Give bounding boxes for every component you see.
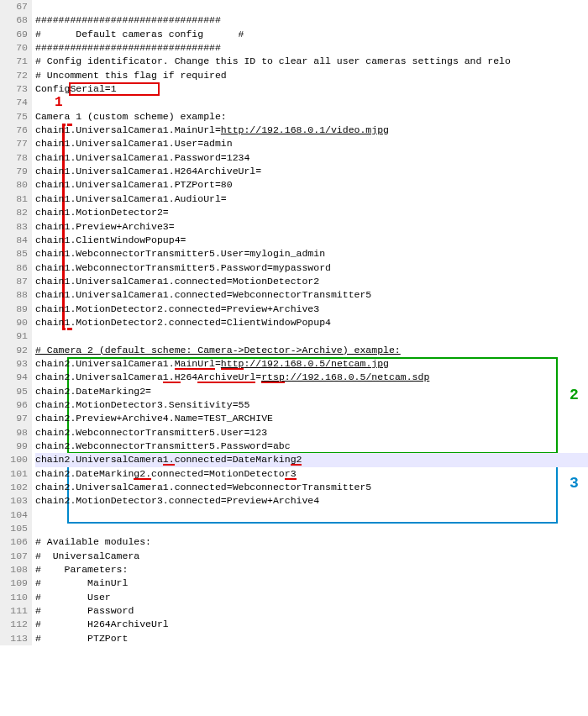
code-line[interactable]: ConfigSerial=1 — [35, 82, 588, 96]
line-number: 77 — [0, 137, 28, 150]
line-number: 106 — [0, 535, 28, 549]
code-line[interactable]: chain1.UniversalCamera1.connected=Webcon… — [35, 288, 588, 302]
annotation-label-1: 1 — [55, 95, 63, 110]
line-number: 105 — [0, 522, 28, 535]
line-number: 93 — [0, 357, 28, 371]
line-number: 72 — [0, 69, 28, 82]
line-number: 89 — [0, 303, 28, 316]
code-line[interactable]: # Default cameras config # — [35, 28, 588, 41]
line-number: 88 — [0, 288, 28, 302]
line-number: 78 — [0, 151, 28, 165]
code-line[interactable]: Camera 1 (custom scheme) example: — [35, 110, 588, 124]
code-line[interactable]: chain2.UniversalCamera1.H264ArchiveUrl=r… — [35, 371, 588, 384]
line-number: 82 — [0, 206, 28, 219]
code-line[interactable]: chain1.MotionDetector2= — [35, 206, 588, 219]
code-line[interactable]: chain2.UniversalCamera1.connected=Webcon… — [35, 481, 588, 494]
line-number: 108 — [0, 563, 28, 576]
line-number: 67 — [0, 0, 28, 13]
line-number-gutter: 6768697071727374757677787980818283848586… — [0, 0, 32, 645]
line-number: 109 — [0, 576, 28, 590]
line-number: 83 — [0, 220, 28, 234]
code-line[interactable]: ################################ — [35, 41, 588, 55]
code-line[interactable]: chain1.UniversalCamera1.PTZPort=80 — [35, 178, 588, 192]
line-number: 79 — [0, 165, 28, 178]
code-line[interactable]: # User — [35, 591, 588, 604]
line-number: 110 — [0, 591, 28, 604]
code-line[interactable]: chain1.UniversalCamera1.AudioUrl= — [35, 192, 588, 206]
line-number: 103 — [0, 494, 28, 508]
line-number: 68 — [0, 13, 28, 27]
line-number: 100 — [0, 453, 28, 466]
code-line[interactable]: chain1.UniversalCamera1.User=admin — [35, 137, 588, 150]
line-number: 111 — [0, 604, 28, 618]
line-number: 74 — [0, 96, 28, 109]
code-line[interactable]: chain2.WebconnectorTransmitter5.User=123 — [35, 426, 588, 440]
code-line[interactable]: chain2.DateMarking2= — [35, 385, 588, 398]
code-line[interactable]: chain1.MotionDetector2.connected=Preview… — [35, 303, 588, 316]
line-number: 92 — [0, 344, 28, 357]
code-line[interactable]: # Uncomment this flag if required — [35, 69, 588, 82]
line-number: 87 — [0, 275, 28, 288]
code-line[interactable]: ################################ — [35, 13, 588, 27]
code-line[interactable]: # Parameters: — [35, 563, 588, 576]
code-line[interactable]: # MainUrl — [35, 576, 588, 590]
code-line[interactable]: # H264ArchiveUrl — [35, 618, 588, 631]
code-line[interactable]: # UniversalCamera — [35, 550, 588, 563]
code-editor[interactable]: 6768697071727374757677787980818283848586… — [0, 0, 588, 645]
line-number: 97 — [0, 412, 28, 425]
line-number: 84 — [0, 234, 28, 247]
line-number: 107 — [0, 550, 28, 563]
code-line[interactable]: chain2.UniversalCamera1.connected=DateMa… — [35, 453, 588, 466]
code-line[interactable] — [35, 96, 588, 109]
code-area[interactable]: 1 2 3 ################################# … — [32, 0, 588, 645]
line-number: 75 — [0, 110, 28, 124]
code-line[interactable] — [35, 508, 588, 522]
code-line[interactable]: # Password — [35, 604, 588, 618]
line-number: 94 — [0, 371, 28, 384]
line-number: 70 — [0, 41, 28, 55]
line-number: 80 — [0, 178, 28, 192]
code-line[interactable]: chain1.MotionDetector2.connected=ClientW… — [35, 316, 588, 329]
code-line[interactable] — [35, 0, 588, 13]
code-line[interactable]: chain1.UniversalCamera1.H264ArchiveUrl= — [35, 165, 588, 178]
line-number: 76 — [0, 124, 28, 137]
code-line[interactable]: # Camera 2 (default scheme: Camera->Dete… — [35, 344, 588, 357]
code-line[interactable]: chain2.MotionDetector3.connected=Preview… — [35, 494, 588, 508]
code-line[interactable]: chain2.DateMarking2.connected=MotionDete… — [35, 467, 588, 481]
code-line[interactable]: chain2.Preview+Archive4.Name=TEST_ARCHIV… — [35, 412, 588, 425]
code-line[interactable]: chain1.UniversalCamera1.MainUrl=http://1… — [35, 124, 588, 137]
code-line[interactable]: chain1.UniversalCamera1.connected=Motion… — [35, 275, 588, 288]
line-number: 112 — [0, 618, 28, 631]
code-line[interactable]: # Available modules: — [35, 535, 588, 549]
line-number: 101 — [0, 467, 28, 481]
line-number: 102 — [0, 481, 28, 494]
line-number: 91 — [0, 329, 28, 343]
code-line[interactable]: # Config identificator. Change this ID t… — [35, 55, 588, 68]
line-number: 96 — [0, 398, 28, 412]
code-line[interactable]: chain2.MotionDetector3.Sensitivity=55 — [35, 398, 588, 412]
line-number: 104 — [0, 508, 28, 522]
line-number: 113 — [0, 632, 28, 645]
line-number: 71 — [0, 55, 28, 68]
line-number: 98 — [0, 426, 28, 440]
code-line[interactable]: chain1.ClientWindowPopup4= — [35, 234, 588, 247]
code-line[interactable]: # PTZPort — [35, 632, 588, 645]
line-number: 81 — [0, 192, 28, 206]
line-number: 95 — [0, 385, 28, 398]
code-line[interactable]: chain1.WebconnectorTransmitter5.Password… — [35, 261, 588, 275]
line-number: 85 — [0, 247, 28, 261]
line-number: 69 — [0, 28, 28, 41]
code-line[interactable]: chain1.WebconnectorTransmitter5.User=myl… — [35, 247, 588, 261]
code-line[interactable]: chain1.Preview+Archive3= — [35, 220, 588, 234]
code-line[interactable] — [35, 329, 588, 343]
code-line[interactable] — [35, 522, 588, 535]
line-number: 86 — [0, 261, 28, 275]
code-line[interactable]: chain2.WebconnectorTransmitter5.Password… — [35, 440, 588, 453]
line-number: 99 — [0, 440, 28, 453]
code-line[interactable]: chain2.UniversalCamera1.MainUrl=http://1… — [35, 357, 588, 371]
line-number: 73 — [0, 82, 28, 96]
line-number: 90 — [0, 316, 28, 329]
code-line[interactable]: chain1.UniversalCamera1.Password=1234 — [35, 151, 588, 165]
